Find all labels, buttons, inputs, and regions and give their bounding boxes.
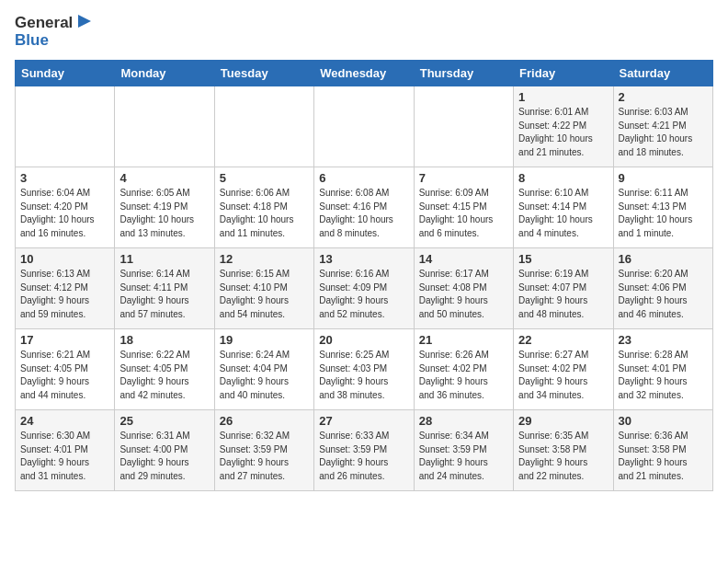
weekday-header-sunday: Sunday (16, 61, 115, 86)
day-info: Sunrise: 6:03 AM Sunset: 4:21 PM Dayligh… (619, 106, 708, 159)
weekday-header-wednesday: Wednesday (314, 61, 414, 86)
weekday-header-tuesday: Tuesday (214, 61, 313, 86)
day-number: 11 (119, 252, 209, 266)
calendar-cell: 17Sunrise: 6:21 AM Sunset: 4:05 PM Dayli… (16, 329, 115, 410)
weekday-header-monday: Monday (115, 61, 214, 86)
day-number: 18 (119, 333, 209, 347)
day-info: Sunrise: 6:06 AM Sunset: 4:18 PM Dayligh… (220, 187, 309, 240)
calendar-cell: 16Sunrise: 6:20 AM Sunset: 4:06 PM Dayli… (613, 248, 712, 329)
calendar-cell: 5Sunrise: 6:06 AM Sunset: 4:18 PM Daylig… (214, 167, 313, 248)
calendar-cell (414, 86, 513, 167)
day-number: 24 (20, 414, 109, 428)
day-info: Sunrise: 6:15 AM Sunset: 4:10 PM Dayligh… (220, 268, 309, 321)
day-number: 17 (20, 333, 109, 347)
calendar-cell: 22Sunrise: 6:27 AM Sunset: 4:02 PM Dayli… (514, 329, 613, 410)
calendar-cell: 21Sunrise: 6:26 AM Sunset: 4:02 PM Dayli… (414, 329, 513, 410)
calendar-cell: 10Sunrise: 6:13 AM Sunset: 4:12 PM Dayli… (16, 248, 115, 329)
day-number: 29 (518, 414, 608, 428)
day-info: Sunrise: 6:04 AM Sunset: 4:20 PM Dayligh… (20, 187, 109, 240)
calendar-cell: 7Sunrise: 6:09 AM Sunset: 4:15 PM Daylig… (414, 167, 513, 248)
day-info: Sunrise: 6:11 AM Sunset: 4:13 PM Dayligh… (619, 187, 708, 240)
day-info: Sunrise: 6:19 AM Sunset: 4:07 PM Dayligh… (518, 268, 608, 321)
calendar-table: SundayMondayTuesdayWednesdayThursdayFrid… (15, 60, 713, 491)
day-info: Sunrise: 6:33 AM Sunset: 3:59 PM Dayligh… (319, 430, 408, 483)
logo-triangle-icon (74, 11, 95, 31)
calendar-cell: 3Sunrise: 6:04 AM Sunset: 4:20 PM Daylig… (16, 167, 115, 248)
calendar-cell (115, 86, 214, 167)
day-number: 30 (619, 414, 708, 428)
day-number: 28 (419, 414, 508, 428)
calendar-cell: 27Sunrise: 6:33 AM Sunset: 3:59 PM Dayli… (314, 410, 414, 491)
day-number: 16 (619, 252, 708, 266)
calendar-cell: 8Sunrise: 6:10 AM Sunset: 4:14 PM Daylig… (514, 167, 613, 248)
day-number: 23 (619, 333, 708, 347)
calendar-cell: 26Sunrise: 6:32 AM Sunset: 3:59 PM Dayli… (214, 410, 313, 491)
day-number: 13 (319, 252, 408, 266)
calendar-cell: 20Sunrise: 6:25 AM Sunset: 4:03 PM Dayli… (314, 329, 414, 410)
day-info: Sunrise: 6:31 AM Sunset: 4:00 PM Dayligh… (119, 430, 209, 483)
day-info: Sunrise: 6:28 AM Sunset: 4:01 PM Dayligh… (619, 349, 708, 402)
calendar-cell (314, 86, 414, 167)
day-number: 14 (419, 252, 508, 266)
calendar-cell: 2Sunrise: 6:03 AM Sunset: 4:21 PM Daylig… (613, 86, 712, 167)
calendar-cell: 30Sunrise: 6:36 AM Sunset: 3:58 PM Dayli… (613, 410, 712, 491)
day-info: Sunrise: 6:21 AM Sunset: 4:05 PM Dayligh… (20, 349, 109, 402)
calendar-cell: 13Sunrise: 6:16 AM Sunset: 4:09 PM Dayli… (314, 248, 414, 329)
weekday-header-saturday: Saturday (613, 61, 712, 86)
day-info: Sunrise: 6:30 AM Sunset: 4:01 PM Dayligh… (20, 430, 109, 483)
calendar-cell: 11Sunrise: 6:14 AM Sunset: 4:11 PM Dayli… (115, 248, 214, 329)
day-info: Sunrise: 6:08 AM Sunset: 4:16 PM Dayligh… (319, 187, 408, 240)
logo: General Blue (15, 15, 95, 49)
day-number: 3 (20, 171, 109, 185)
day-info: Sunrise: 6:36 AM Sunset: 3:58 PM Dayligh… (619, 430, 708, 483)
logo-blue: Blue (15, 31, 49, 49)
calendar-cell: 9Sunrise: 6:11 AM Sunset: 4:13 PM Daylig… (613, 167, 712, 248)
day-number: 10 (20, 252, 109, 266)
weekday-header-friday: Friday (514, 61, 613, 86)
day-info: Sunrise: 6:22 AM Sunset: 4:05 PM Dayligh… (119, 349, 209, 402)
logo-text: General Blue (15, 15, 95, 49)
calendar-cell: 4Sunrise: 6:05 AM Sunset: 4:19 PM Daylig… (115, 167, 214, 248)
day-number: 2 (619, 90, 708, 104)
day-info: Sunrise: 6:10 AM Sunset: 4:14 PM Dayligh… (518, 187, 608, 240)
calendar-cell: 18Sunrise: 6:22 AM Sunset: 4:05 PM Dayli… (115, 329, 214, 410)
day-info: Sunrise: 6:27 AM Sunset: 4:02 PM Dayligh… (518, 349, 608, 402)
day-number: 19 (220, 333, 309, 347)
day-number: 21 (419, 333, 508, 347)
day-number: 26 (220, 414, 309, 428)
calendar-cell: 15Sunrise: 6:19 AM Sunset: 4:07 PM Dayli… (514, 248, 613, 329)
day-number: 4 (119, 171, 209, 185)
page-header: General Blue (15, 15, 713, 49)
day-number: 9 (619, 171, 708, 185)
weekday-header-thursday: Thursday (414, 61, 513, 86)
day-info: Sunrise: 6:05 AM Sunset: 4:19 PM Dayligh… (119, 187, 209, 240)
day-number: 1 (518, 90, 608, 104)
day-number: 5 (220, 171, 309, 185)
day-number: 20 (319, 333, 408, 347)
calendar-cell: 29Sunrise: 6:35 AM Sunset: 3:58 PM Dayli… (514, 410, 613, 491)
calendar-cell (214, 86, 313, 167)
day-info: Sunrise: 6:20 AM Sunset: 4:06 PM Dayligh… (619, 268, 708, 321)
day-info: Sunrise: 6:09 AM Sunset: 4:15 PM Dayligh… (419, 187, 508, 240)
day-info: Sunrise: 6:25 AM Sunset: 4:03 PM Dayligh… (319, 349, 408, 402)
day-number: 22 (518, 333, 608, 347)
day-info: Sunrise: 6:35 AM Sunset: 3:58 PM Dayligh… (518, 430, 608, 483)
day-number: 27 (319, 414, 408, 428)
logo-general: General (15, 15, 73, 32)
calendar-cell: 28Sunrise: 6:34 AM Sunset: 3:59 PM Dayli… (414, 410, 513, 491)
day-number: 7 (419, 171, 508, 185)
calendar-cell: 24Sunrise: 6:30 AM Sunset: 4:01 PM Dayli… (16, 410, 115, 491)
svg-marker-0 (78, 15, 91, 28)
day-info: Sunrise: 6:17 AM Sunset: 4:08 PM Dayligh… (419, 268, 508, 321)
calendar-cell: 19Sunrise: 6:24 AM Sunset: 4:04 PM Dayli… (214, 329, 313, 410)
day-info: Sunrise: 6:26 AM Sunset: 4:02 PM Dayligh… (419, 349, 508, 402)
day-info: Sunrise: 6:14 AM Sunset: 4:11 PM Dayligh… (119, 268, 209, 321)
day-number: 6 (319, 171, 408, 185)
day-number: 12 (220, 252, 309, 266)
calendar-cell: 12Sunrise: 6:15 AM Sunset: 4:10 PM Dayli… (214, 248, 313, 329)
day-info: Sunrise: 6:32 AM Sunset: 3:59 PM Dayligh… (220, 430, 309, 483)
day-info: Sunrise: 6:01 AM Sunset: 4:22 PM Dayligh… (518, 106, 608, 159)
calendar-cell: 23Sunrise: 6:28 AM Sunset: 4:01 PM Dayli… (613, 329, 712, 410)
day-number: 8 (518, 171, 608, 185)
day-info: Sunrise: 6:16 AM Sunset: 4:09 PM Dayligh… (319, 268, 408, 321)
